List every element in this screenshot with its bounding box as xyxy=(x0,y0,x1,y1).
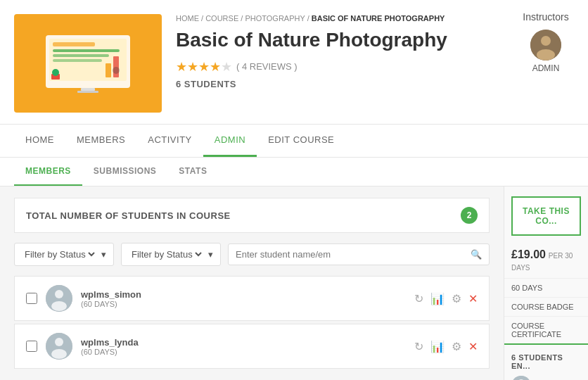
student-actions-1: ↻ 📊 ⚙ ✕ xyxy=(414,292,478,305)
refresh-icon-1[interactable]: ↻ xyxy=(414,292,423,305)
remove-icon-2[interactable]: ✕ xyxy=(468,340,478,353)
instructor-name: ADMIN xyxy=(515,63,577,73)
student-row-2: wplms_lynda (60 DAYS) ↻ 📊 ⚙ ✕ xyxy=(14,324,490,369)
students-enrolled-label: 6 STUDENTS EN... xyxy=(511,353,581,370)
nav-tabs: HOME MEMBERS ACTIVITY ADMIN EDIT COURSE xyxy=(0,125,588,158)
svg-rect-2 xyxy=(53,42,95,46)
student-name-2: wplms_lynda xyxy=(81,337,406,348)
tab-home[interactable]: HOME xyxy=(14,125,65,157)
breadcrumb: HOME / COURSE / PHOTOGRAPHY / BASIC OF N… xyxy=(176,14,560,23)
take-course-button[interactable]: TAKE THIS CO... xyxy=(511,196,581,236)
svg-rect-5 xyxy=(53,59,102,62)
sidebar-price: £19.00 PER 30 DAYS xyxy=(504,243,588,278)
stats-icon-1[interactable]: 📊 xyxy=(430,292,445,305)
filter-status-2[interactable]: Filter by Status ▾ xyxy=(121,243,221,266)
sidebar-item-days: 60 DAYS xyxy=(504,278,588,297)
svg-point-18 xyxy=(51,301,67,311)
tab-admin[interactable]: ADMIN xyxy=(203,125,257,157)
reviews-count: ( 4 REVIEWS ) xyxy=(236,61,298,72)
right-sidebar: TAKE THIS CO... £19.00 PER 30 DAYS 60 DA… xyxy=(504,186,588,380)
main-layout: TOTAL NUMBER OF STUDENTS IN COURSE 2 Fil… xyxy=(0,186,588,380)
star-1: ★ xyxy=(176,59,187,75)
sidebar-item-certificate: COURSE CERTIFICATE xyxy=(504,316,588,343)
student-row-1: wplms_simon (60 DAYS) ↻ 📊 ⚙ ✕ xyxy=(14,276,490,321)
tab-edit-course[interactable]: EDIT COURSE xyxy=(257,125,345,157)
stats-icon-2[interactable]: 📊 xyxy=(430,340,445,353)
sub-tabs: MEMBERS SUBMISSIONS STATS xyxy=(0,158,588,186)
svg-rect-11 xyxy=(77,91,98,93)
students-count: 6 STUDENTS xyxy=(176,79,560,89)
remove-icon-1[interactable]: ✕ xyxy=(468,292,478,305)
student-avatar-1 xyxy=(46,285,72,312)
student-info-1: wplms_simon (60 DAYS) xyxy=(81,289,406,308)
svg-point-9 xyxy=(52,69,59,76)
star-3: ★ xyxy=(198,59,210,75)
total-students-badge: 2 xyxy=(461,207,478,224)
search-student-input[interactable] xyxy=(236,249,466,260)
sidebar-item-badge: COURSE BADGE xyxy=(504,297,588,316)
student-avatar-2 xyxy=(46,333,72,360)
total-students-label: TOTAL NUMBER OF STUDENTS IN COURSE xyxy=(26,210,231,221)
svg-rect-4 xyxy=(53,54,109,57)
student-name-1: wplms_simon xyxy=(81,289,406,300)
course-thumbnail xyxy=(14,14,162,113)
student-checkbox-2[interactable] xyxy=(26,341,37,352)
course-header: HOME / COURSE / PHOTOGRAPHY / BASIC OF N… xyxy=(0,0,588,125)
filter-status-2-select[interactable]: Filter by Status xyxy=(129,248,204,260)
tab-members[interactable]: MEMBERS xyxy=(65,125,136,157)
chevron-down-icon-1: ▾ xyxy=(101,249,106,260)
subtab-stats[interactable]: STATS xyxy=(167,158,218,186)
svg-point-20 xyxy=(55,338,63,346)
price-amount: £19.00 xyxy=(511,248,546,260)
svg-point-17 xyxy=(55,290,63,298)
star-2: ★ xyxy=(187,59,198,75)
main-content: TOTAL NUMBER OF STUDENTS IN COURSE 2 Fil… xyxy=(0,186,504,380)
svg-rect-10 xyxy=(81,88,95,91)
instructor-avatar xyxy=(530,30,561,61)
students-enrolled-box: 6 STUDENTS EN... xyxy=(504,343,588,380)
subtab-submissions[interactable]: SUBMISSIONS xyxy=(82,158,168,186)
svg-point-21 xyxy=(51,349,67,359)
svg-rect-6 xyxy=(106,63,111,77)
filter-status-1-select[interactable]: Filter by Status xyxy=(22,248,97,260)
student-checkbox-1[interactable] xyxy=(26,293,37,304)
student-actions-2: ↻ 📊 ⚙ ✕ xyxy=(414,340,478,353)
star-4: ★ xyxy=(210,59,221,75)
svg-point-12 xyxy=(113,67,120,74)
settings-icon-1[interactable]: ⚙ xyxy=(452,292,461,305)
svg-point-14 xyxy=(541,36,551,46)
star-5: ★ xyxy=(221,59,232,75)
instructors-panel: Instructors ADMIN xyxy=(504,0,588,84)
instructors-title: Instructors xyxy=(515,11,577,23)
refresh-icon-2[interactable]: ↻ xyxy=(414,340,423,353)
total-students-bar: TOTAL NUMBER OF STUDENTS IN COURSE 2 xyxy=(14,198,490,233)
search-icon: 🔍 xyxy=(471,249,482,260)
student-info-2: wplms_lynda (60 DAYS) xyxy=(81,337,406,356)
course-title: Basic of Nature Photography xyxy=(176,28,560,52)
subtab-members[interactable]: MEMBERS xyxy=(14,158,82,186)
settings-icon-2[interactable]: ⚙ xyxy=(452,340,461,353)
search-student-wrap[interactable]: 🔍 xyxy=(228,243,490,265)
student-days-1: (60 DAYS) xyxy=(81,300,406,308)
student-days-2: (60 DAYS) xyxy=(81,348,406,356)
svg-point-15 xyxy=(537,49,555,61)
svg-rect-3 xyxy=(53,49,120,52)
filter-status-1[interactable]: Filter by Status ▾ xyxy=(14,243,114,266)
star-rating: ★ ★ ★ ★ ★ ( 4 REVIEWS ) xyxy=(176,59,560,75)
chevron-down-icon-2: ▾ xyxy=(208,249,213,260)
tab-activity[interactable]: ACTIVITY xyxy=(136,125,203,157)
filters-row: Filter by Status ▾ Filter by Status ▾ 🔍 xyxy=(14,243,490,266)
